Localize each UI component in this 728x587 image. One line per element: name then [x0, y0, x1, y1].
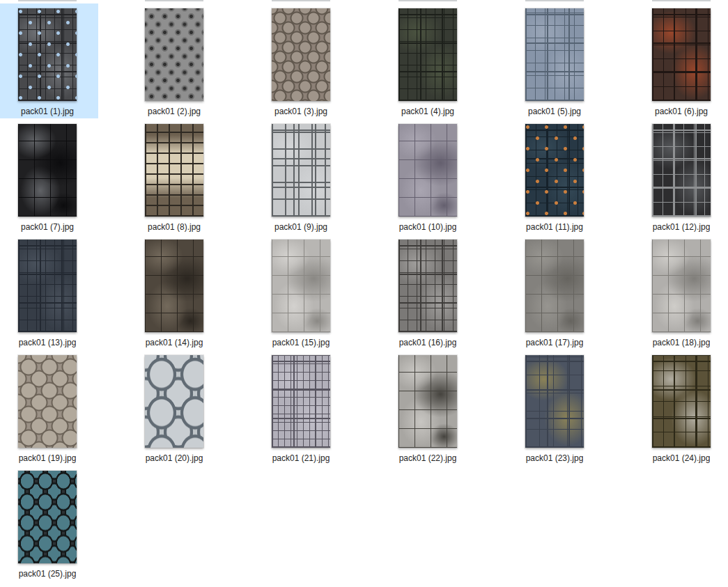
file-name: pack01 (7).jpg: [21, 222, 74, 233]
file-item[interactable]: pack01 (8).jpg: [123, 119, 225, 234]
file-thumbnail: [18, 355, 77, 448]
cropped-thumbnail-edge: [145, 0, 203, 1]
file-name: pack01 (4).jpg: [401, 107, 454, 117]
file-thumbnail: [398, 8, 457, 101]
file-item[interactable]: pack01 (13).jpg: [0, 235, 98, 350]
file-thumbnail: [145, 8, 203, 101]
file-thumbnail: [398, 355, 457, 448]
cropped-thumbnail-edge: [18, 0, 77, 1]
file-item[interactable]: pack01 (22).jpg: [377, 350, 479, 465]
file-item[interactable]: pack01 (4).jpg: [377, 3, 479, 118]
file-name: pack01 (12).jpg: [653, 222, 711, 233]
file-name: pack01 (2).jpg: [148, 107, 201, 117]
file-item[interactable]: pack01 (21).jpg: [250, 350, 352, 465]
file-thumbnail: [272, 8, 330, 101]
cropped-thumbnail-edge: [272, 0, 330, 1]
file-name: pack01 (24).jpg: [653, 453, 711, 464]
file-name: pack01 (22).jpg: [399, 453, 457, 464]
file-thumbnail: [398, 240, 457, 332]
file-item[interactable]: pack01 (16).jpg: [377, 235, 479, 350]
file-item[interactable]: pack01 (1).jpg: [0, 3, 98, 118]
file-item[interactable]: pack01 (2).jpg: [123, 3, 225, 118]
file-item[interactable]: pack01 (7).jpg: [0, 119, 98, 234]
file-thumbnail: [272, 240, 330, 332]
file-thumbnail: [525, 240, 584, 332]
file-item[interactable]: pack01 (24).jpg: [630, 350, 728, 465]
file-item[interactable]: pack01 (12).jpg: [630, 119, 728, 234]
file-name: pack01 (25).jpg: [19, 569, 77, 579]
file-thumbnail: [18, 471, 77, 563]
file-thumbnail: [145, 355, 203, 448]
file-thumbnail: [525, 8, 584, 101]
file-thumbnail: [18, 240, 77, 332]
file-thumbnail: [18, 124, 77, 217]
file-thumbnail: [525, 124, 584, 217]
file-item[interactable]: pack01 (20).jpg: [123, 350, 225, 465]
file-name: pack01 (3).jpg: [274, 107, 327, 117]
file-thumbnail: [145, 124, 203, 217]
file-name: pack01 (23).jpg: [526, 453, 584, 464]
file-name: pack01 (15).jpg: [272, 338, 330, 348]
cropped-thumbnail-edge: [398, 0, 457, 1]
file-name: pack01 (8).jpg: [148, 222, 201, 233]
file-thumbnail: [652, 355, 711, 448]
file-item[interactable]: pack01 (18).jpg: [630, 235, 728, 350]
file-thumbnail: [652, 124, 711, 217]
file-thumbnail: [145, 240, 203, 332]
file-thumbnail: [525, 355, 584, 448]
file-item[interactable]: pack01 (5).jpg: [504, 3, 605, 118]
file-name: pack01 (21).jpg: [272, 453, 330, 464]
file-name: pack01 (14).jpg: [146, 338, 203, 348]
file-thumbnail: [398, 124, 457, 217]
file-item[interactable]: pack01 (6).jpg: [630, 3, 728, 118]
cropped-thumbnail-edge: [525, 0, 584, 1]
file-name: pack01 (16).jpg: [399, 338, 457, 348]
file-name: pack01 (18).jpg: [653, 338, 711, 348]
file-thumbnail: [272, 355, 330, 448]
file-name: pack01 (10).jpg: [399, 222, 457, 233]
file-name: pack01 (13).jpg: [19, 338, 77, 348]
files-view: pack01 (1).jpg pack01 (2).jpg pack01 (3)…: [0, 3, 728, 581]
file-item[interactable]: pack01 (25).jpg: [0, 466, 98, 581]
file-name: pack01 (19).jpg: [19, 453, 77, 464]
file-item[interactable]: pack01 (3).jpg: [250, 3, 352, 118]
file-name: pack01 (9).jpg: [274, 222, 327, 233]
file-name: pack01 (6).jpg: [655, 107, 708, 117]
file-item[interactable]: pack01 (17).jpg: [504, 235, 605, 350]
file-name: pack01 (11).jpg: [526, 222, 583, 233]
file-thumbnail: [18, 8, 77, 101]
file-name: pack01 (5).jpg: [528, 107, 581, 117]
file-thumbnail: [652, 8, 711, 101]
file-item[interactable]: pack01 (11).jpg: [504, 119, 605, 234]
file-grid: pack01 (1).jpg pack01 (2).jpg pack01 (3)…: [0, 3, 728, 581]
file-item[interactable]: pack01 (23).jpg: [504, 350, 605, 465]
file-thumbnail: [272, 124, 330, 217]
cropped-thumbnail-edge: [652, 0, 711, 1]
file-thumbnail: [652, 240, 711, 332]
file-item[interactable]: pack01 (10).jpg: [377, 119, 479, 234]
file-item[interactable]: pack01 (9).jpg: [250, 119, 352, 234]
file-name: pack01 (1).jpg: [21, 107, 74, 117]
file-item[interactable]: pack01 (19).jpg: [0, 350, 98, 465]
file-item[interactable]: pack01 (15).jpg: [250, 235, 352, 350]
file-name: pack01 (17).jpg: [526, 338, 584, 348]
file-item[interactable]: pack01 (14).jpg: [123, 235, 225, 350]
file-name: pack01 (20).jpg: [146, 453, 203, 464]
